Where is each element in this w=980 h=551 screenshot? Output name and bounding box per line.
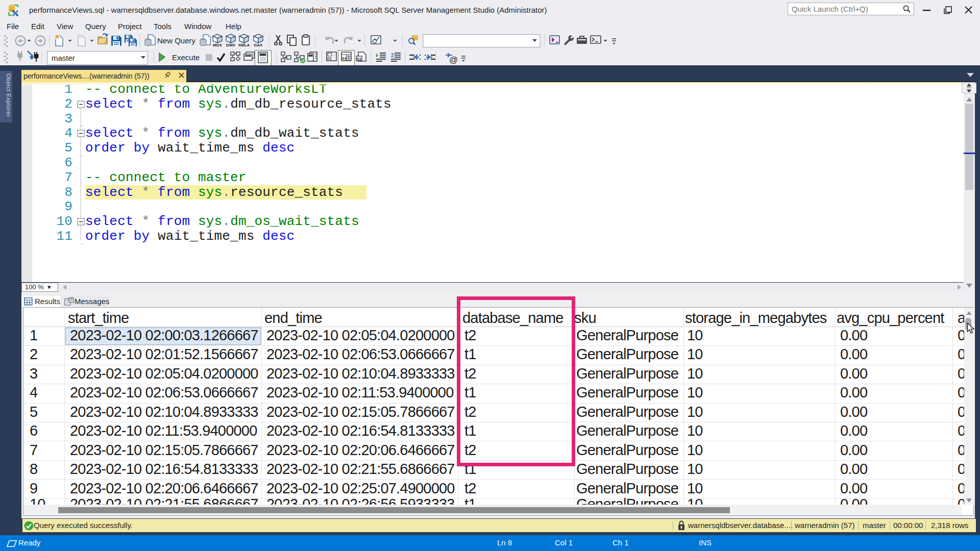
svg-text:XMLA: XMLA	[238, 43, 250, 47]
svg-text:MDX: MDX	[213, 43, 222, 47]
svg-text:01: 01	[357, 57, 361, 61]
svg-text:01: 01	[327, 56, 332, 61]
svg-text:2: 2	[391, 53, 394, 58]
svg-text:master: master	[52, 54, 75, 62]
svg-text:01: 01	[342, 56, 347, 61]
svg-text:New Query: New Query	[157, 36, 196, 45]
svg-text:@: @	[449, 55, 458, 65]
svg-text:DAX: DAX	[254, 43, 263, 47]
svg-text:Execute: Execute	[172, 53, 200, 62]
svg-text:DMX: DMX	[226, 43, 235, 47]
